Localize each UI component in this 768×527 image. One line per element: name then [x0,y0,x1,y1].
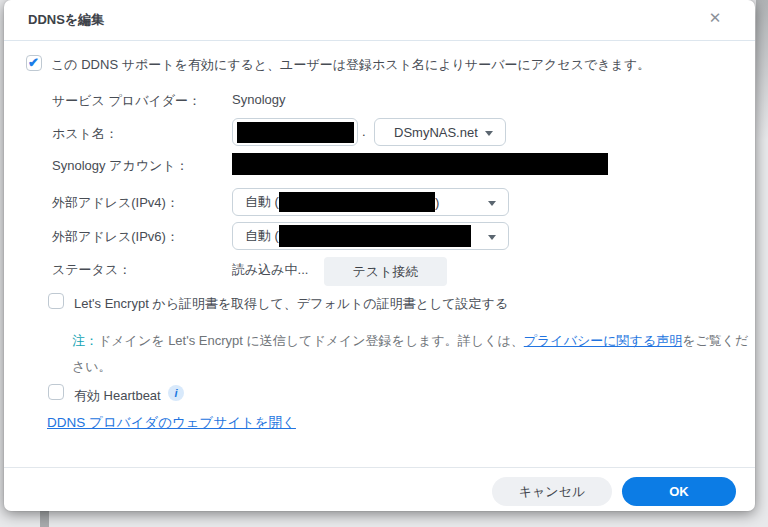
hostname-input[interactable] [232,118,358,146]
background-window-edge-right [756,0,768,140]
cancel-button[interactable]: キャンセル [492,477,612,506]
synology-account-label: Synology アカウント： [52,157,189,175]
lets-encrypt-checkbox[interactable] [48,293,64,309]
external-ipv6-select[interactable]: 自動 ( [232,222,509,250]
footer-divider [4,467,755,468]
background-window-edge [40,509,49,527]
heartbeat-label: 有効 Heartbeat [74,387,161,405]
redacted-ipv6 [279,225,471,247]
test-connection-button[interactable]: テスト接続 [324,257,447,286]
ddns-provider-website-link[interactable]: DDNS プロバイダのウェブサイトを開く [47,414,296,432]
close-icon[interactable]: ✕ [705,8,725,28]
external-ipv6-label: 外部アドレス(IPv6)： [52,228,179,246]
dialog-title: DDNSを編集 [28,11,104,29]
ddns-edit-dialog: DDNSを編集 ✕ この DDNS サポートを有効にすると、ユーザーは登録ホスト… [4,0,755,511]
enable-ddns-checkbox[interactable] [26,55,42,71]
heartbeat-checkbox[interactable] [48,384,64,400]
status-label: ステータス： [52,261,131,279]
ipv4-value-prefix: 自動 ( [245,193,279,211]
privacy-statement-link[interactable]: プライバシーに関する声明 [524,333,682,348]
ipv4-value-suffix: ) [435,195,439,210]
hostname-label: ホスト名： [52,125,118,143]
ipv6-value-prefix: 自動 ( [245,227,279,245]
domain-select[interactable]: DSmyNAS.net [374,118,506,146]
redacted-hostname [237,122,354,143]
chevron-down-icon [485,131,493,136]
info-icon[interactable]: i [168,385,184,401]
note-prefix: 注： [72,333,98,348]
service-provider-label: サービス プロバイダー： [52,92,201,110]
service-provider-value: Synology [232,92,285,107]
enable-ddns-label: この DDNS サポートを有効にすると、ユーザーは登録ホスト名によりサーバーにア… [51,56,650,74]
ok-button[interactable]: OK [622,477,736,506]
chevron-down-icon [488,235,496,240]
redacted-ipv4 [279,192,435,212]
chevron-down-icon [488,201,496,206]
lets-encrypt-note: 注：ドメインを Let's Encrypt に送信してドメイン登録をします。詳し… [72,328,750,380]
header-divider [4,40,755,41]
redacted-synology-account [232,153,608,175]
external-ipv4-label: 外部アドレス(IPv4)： [52,194,179,212]
hostname-domain-separator: . [362,124,366,139]
external-ipv4-select[interactable]: 自動 ( ) [232,188,509,216]
status-value: 読み込み中... [232,261,308,279]
note-text-before-link: ドメインを Let's Encrypt に送信してドメイン登録をします。詳しくは… [98,333,524,348]
lets-encrypt-label: Let's Encrypt から証明書を取得して、デフォルトの証明書として設定す… [74,295,508,313]
domain-select-value: DSmyNAS.net [394,125,478,140]
